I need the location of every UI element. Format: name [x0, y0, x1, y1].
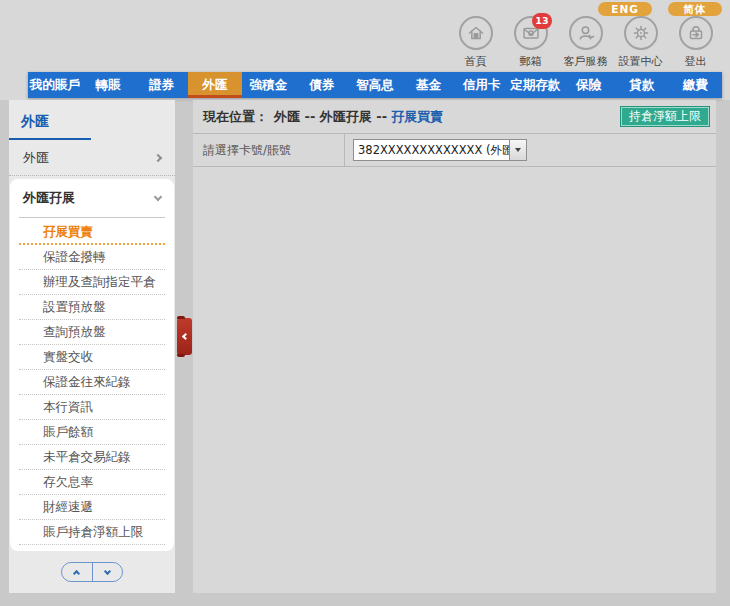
sidebar: 外匯 外匯 外匯孖展 孖展買賣保證金撥轉辦理及查詢指定平倉設置預放盤查詢預放盤實…	[9, 100, 175, 593]
nav-tab[interactable]: 保險	[562, 72, 615, 98]
nav-tab[interactable]: 定期存款	[509, 72, 562, 98]
sidebar-expanded-card: 外匯孖展 孖展買賣保證金撥轉辦理及查詢指定平倉設置預放盤查詢預放盤實盤交收保證金…	[10, 179, 174, 551]
nav-tab[interactable]: 基金	[402, 72, 455, 98]
language-switcher: ENG 简体	[598, 2, 722, 16]
sidebar-title: 外匯	[9, 100, 175, 138]
logout-link[interactable]: 登出	[671, 16, 720, 69]
dropdown-arrow-button[interactable]	[509, 140, 526, 160]
sidebar-item-fx-label: 外匯	[23, 149, 49, 167]
quick-links: 首頁 13 郵箱	[451, 16, 720, 69]
lang-simplified-button[interactable]: 简体	[668, 2, 722, 16]
mailbox-label: 郵箱	[520, 54, 542, 69]
sidebar-menu-item[interactable]: 辦理及查詢指定平倉	[19, 270, 165, 295]
home-label: 首頁	[465, 54, 487, 69]
breadcrumb-prefix: 現在位置：	[203, 109, 268, 124]
chevron-left-icon	[182, 333, 189, 340]
sidebar-menu-item[interactable]: 保證金撥轉	[19, 245, 165, 270]
settings-center-label: 設置中心	[619, 54, 663, 69]
settings-center-icon	[624, 16, 658, 50]
sidebar-menu-item[interactable]: 賬戶餘額	[19, 420, 165, 445]
customer-service-link[interactable]: 客戶服務	[561, 16, 610, 69]
account-select-row: 請選擇卡號/賬號 382XXXXXXXXXXXXX (外匯孖展賬戶)	[193, 134, 716, 167]
breadcrumb: 現在位置：外匯 -- 外匯孖展 --孖展買賣 持倉淨額上限	[193, 100, 716, 134]
nav-tab[interactable]: 繳費	[669, 72, 722, 98]
sidebar-menu-item[interactable]: 存欠息率	[19, 470, 165, 495]
position-limit-button[interactable]: 持倉淨額上限	[620, 106, 710, 127]
customer-service-icon	[569, 16, 603, 50]
nav-tab[interactable]: 證券	[135, 72, 188, 98]
home-link[interactable]: 首頁	[451, 16, 500, 69]
home-icon	[459, 16, 493, 50]
chevron-down-icon	[154, 192, 162, 200]
mail-badge: 13	[532, 13, 551, 29]
sidebar-menu-item[interactable]: 賬戶持倉淨額上限	[19, 520, 165, 545]
account-select-value: 382XXXXXXXXXXXXX (外匯孖展賬戶)	[354, 143, 509, 158]
sidebar-section-fx-margin[interactable]: 外匯孖展	[10, 179, 174, 217]
lang-eng-button[interactable]: ENG	[598, 2, 652, 16]
sidebar-item-fx[interactable]: 外匯	[9, 140, 175, 176]
sidebar-collapse-handle[interactable]	[177, 318, 192, 355]
chevron-up-icon	[73, 570, 80, 577]
sidebar-menu-item[interactable]: 本行資訊	[19, 395, 165, 420]
scroll-up-button[interactable]	[62, 563, 93, 581]
nav-tab[interactable]: 貸款	[615, 72, 668, 98]
nav-tab[interactable]: 債券	[295, 72, 348, 98]
sidebar-menu-item[interactable]: 實盤交收	[19, 345, 165, 370]
page: ENG 简体 首頁 13	[0, 0, 730, 606]
settings-center-link[interactable]: 設置中心	[616, 16, 665, 69]
dropdown-arrow-icon	[515, 148, 521, 152]
nav-tab[interactable]: 外匯	[188, 72, 241, 98]
nav-tab[interactable]: 轉賬	[81, 72, 134, 98]
chevron-right-icon	[154, 153, 162, 161]
sidebar-menu-item[interactable]: 設置預放盤	[19, 295, 165, 320]
main-panel: 現在位置：外匯 -- 外匯孖展 --孖展買賣 持倉淨額上限 請選擇卡號/賬號 3…	[193, 100, 716, 593]
sidebar-menu-list: 孖展買賣保證金撥轉辦理及查詢指定平倉設置預放盤查詢預放盤實盤交收保證金往來紀錄本…	[10, 220, 174, 545]
chevron-down-icon	[104, 567, 111, 574]
logout-label: 登出	[685, 54, 707, 69]
sidebar-menu-item[interactable]: 查詢預放盤	[19, 320, 165, 345]
nav-tab[interactable]: 我的賬戶	[28, 72, 81, 98]
customer-service-label: 客戶服務	[564, 54, 608, 69]
product-nav-bar: 我的賬戶轉賬證券外匯強積金債券智高息基金信用卡定期存款保險貸款繳費	[28, 72, 722, 98]
mail-icon: 13	[514, 16, 548, 50]
breadcrumb-current: 孖展買賣	[391, 109, 443, 124]
sidebar-menu-item[interactable]: 保證金往來紀錄	[19, 370, 165, 395]
mailbox-link[interactable]: 13 郵箱	[506, 16, 555, 69]
scroll-down-button[interactable]	[93, 563, 123, 581]
section-divider	[19, 217, 165, 218]
nav-tab[interactable]: 信用卡	[455, 72, 508, 98]
logout-icon	[679, 16, 713, 50]
account-select-dropdown[interactable]: 382XXXXXXXXXXXXX (外匯孖展賬戶)	[353, 139, 527, 161]
nav-tab[interactable]: 強積金	[242, 72, 295, 98]
breadcrumb-trail: 外匯 -- 外匯孖展 --	[274, 109, 387, 124]
sidebar-menu-item[interactable]: 財經速遞	[19, 495, 165, 520]
account-select-label: 請選擇卡號/賬號	[193, 134, 345, 166]
sidebar-menu-item[interactable]: 孖展買賣	[19, 220, 165, 245]
sidebar-section-title: 外匯孖展	[23, 189, 75, 207]
sidebar-scroll-pager	[61, 562, 123, 582]
nav-tab[interactable]: 智高息	[348, 72, 401, 98]
sidebar-menu-item[interactable]: 未平倉交易紀錄	[19, 445, 165, 470]
